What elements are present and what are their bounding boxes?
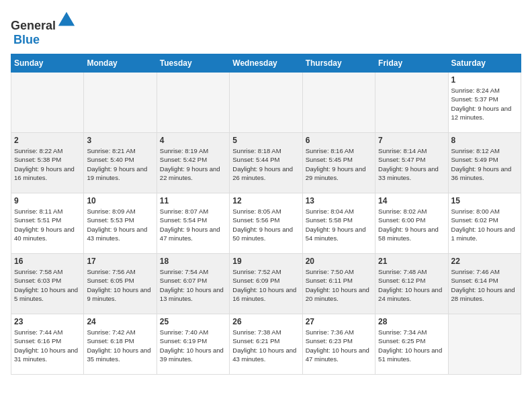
- weekday-header: Wednesday: [230, 54, 302, 73]
- calendar-cell: 23Sunrise: 7:44 AM Sunset: 6:16 PM Dayli…: [11, 314, 84, 375]
- day-number: 3: [87, 136, 153, 145]
- day-number: 9: [14, 196, 81, 205]
- calendar-cell: 17Sunrise: 7:56 AM Sunset: 6:05 PM Dayli…: [84, 254, 157, 314]
- calendar-table: SundayMondayTuesdayWednesdayThursdayFrid…: [11, 54, 521, 375]
- logo-icon: [57, 11, 76, 30]
- calendar-cell: 11Sunrise: 8:07 AM Sunset: 5:54 PM Dayli…: [157, 193, 229, 254]
- calendar-cell: 13Sunrise: 8:04 AM Sunset: 5:58 PM Dayli…: [302, 193, 375, 254]
- day-number: 16: [14, 257, 81, 266]
- day-info: Sunrise: 7:46 AM Sunset: 6:14 PM Dayligh…: [451, 267, 518, 303]
- day-number: 26: [232, 317, 299, 326]
- calendar-cell: 15Sunrise: 8:00 AM Sunset: 6:02 PM Dayli…: [448, 193, 521, 254]
- page-header: General Blue: [11, 11, 521, 47]
- day-info: Sunrise: 8:07 AM Sunset: 5:54 PM Dayligh…: [160, 207, 226, 242]
- day-info: Sunrise: 7:48 AM Sunset: 6:12 PM Dayligh…: [378, 267, 445, 303]
- day-info: Sunrise: 8:12 AM Sunset: 5:49 PM Dayligh…: [451, 146, 518, 182]
- calendar-cell: 20Sunrise: 7:50 AM Sunset: 6:11 PM Dayli…: [302, 254, 375, 314]
- day-info: Sunrise: 7:58 AM Sunset: 6:03 PM Dayligh…: [14, 267, 81, 303]
- calendar-cell: 2Sunrise: 8:22 AM Sunset: 5:38 PM Daylig…: [11, 133, 84, 193]
- day-info: Sunrise: 8:14 AM Sunset: 5:47 PM Dayligh…: [378, 146, 445, 182]
- day-info: Sunrise: 8:19 AM Sunset: 5:42 PM Dayligh…: [160, 146, 226, 182]
- day-info: Sunrise: 7:36 AM Sunset: 6:23 PM Dayligh…: [306, 328, 372, 363]
- day-number: 24: [87, 317, 153, 326]
- calendar-cell: 24Sunrise: 7:42 AM Sunset: 6:18 PM Dayli…: [84, 314, 157, 375]
- day-number: 6: [306, 136, 372, 145]
- day-info: Sunrise: 8:09 AM Sunset: 5:53 PM Dayligh…: [87, 207, 153, 242]
- calendar-cell: [302, 73, 375, 133]
- day-number: 10: [87, 196, 153, 205]
- day-info: Sunrise: 7:38 AM Sunset: 6:21 PM Dayligh…: [232, 328, 299, 363]
- day-number: 8: [451, 136, 518, 145]
- day-info: Sunrise: 7:54 AM Sunset: 6:07 PM Dayligh…: [160, 267, 226, 303]
- day-info: Sunrise: 7:42 AM Sunset: 6:18 PM Dayligh…: [87, 328, 153, 363]
- calendar-cell: [11, 73, 84, 133]
- calendar-cell: [448, 314, 521, 375]
- day-number: 4: [160, 136, 226, 145]
- day-info: Sunrise: 7:50 AM Sunset: 6:11 PM Dayligh…: [306, 267, 372, 303]
- calendar-cell: 21Sunrise: 7:48 AM Sunset: 6:12 PM Dayli…: [375, 254, 448, 314]
- calendar-cell: [84, 73, 157, 133]
- svg-marker-0: [58, 12, 75, 26]
- weekday-header: Friday: [375, 54, 448, 73]
- calendar-cell: 12Sunrise: 8:05 AM Sunset: 5:56 PM Dayli…: [230, 193, 302, 254]
- day-number: 21: [378, 257, 445, 266]
- calendar-cell: [375, 73, 448, 133]
- day-number: 19: [232, 257, 299, 266]
- day-number: 7: [378, 136, 445, 145]
- day-number: 5: [232, 136, 299, 145]
- weekday-header: Tuesday: [157, 54, 229, 73]
- calendar-cell: 18Sunrise: 7:54 AM Sunset: 6:07 PM Dayli…: [157, 254, 229, 314]
- calendar-cell: 22Sunrise: 7:46 AM Sunset: 6:14 PM Dayli…: [448, 254, 521, 314]
- day-info: Sunrise: 8:21 AM Sunset: 5:40 PM Dayligh…: [87, 146, 153, 182]
- calendar-cell: 1Sunrise: 8:24 AM Sunset: 5:37 PM Daylig…: [448, 73, 521, 133]
- day-info: Sunrise: 8:11 AM Sunset: 5:51 PM Dayligh…: [14, 207, 81, 242]
- day-info: Sunrise: 8:22 AM Sunset: 5:38 PM Dayligh…: [14, 146, 81, 182]
- day-number: 11: [160, 196, 226, 205]
- day-number: 28: [378, 317, 445, 326]
- weekday-header: Monday: [84, 54, 157, 73]
- day-number: 22: [451, 257, 518, 266]
- calendar-cell: 4Sunrise: 8:19 AM Sunset: 5:42 PM Daylig…: [157, 133, 229, 193]
- day-number: 12: [232, 196, 299, 205]
- calendar-cell: 6Sunrise: 8:16 AM Sunset: 5:45 PM Daylig…: [302, 133, 375, 193]
- calendar-cell: 7Sunrise: 8:14 AM Sunset: 5:47 PM Daylig…: [375, 133, 448, 193]
- calendar-cell: 8Sunrise: 8:12 AM Sunset: 5:49 PM Daylig…: [448, 133, 521, 193]
- logo-text-blue: Blue: [13, 33, 40, 46]
- calendar-cell: 9Sunrise: 8:11 AM Sunset: 5:51 PM Daylig…: [11, 193, 84, 254]
- calendar-cell: [230, 73, 302, 133]
- day-info: Sunrise: 7:56 AM Sunset: 6:05 PM Dayligh…: [87, 267, 153, 303]
- day-number: 25: [160, 317, 226, 326]
- calendar-cell: [157, 73, 229, 133]
- day-info: Sunrise: 8:00 AM Sunset: 6:02 PM Dayligh…: [451, 207, 518, 242]
- day-number: 17: [87, 257, 153, 266]
- day-number: 2: [14, 136, 81, 145]
- logo-text-general: General: [11, 19, 56, 32]
- day-info: Sunrise: 8:24 AM Sunset: 5:37 PM Dayligh…: [451, 86, 518, 122]
- day-info: Sunrise: 7:40 AM Sunset: 6:19 PM Dayligh…: [160, 328, 226, 363]
- weekday-header: Thursday: [302, 54, 375, 73]
- calendar-cell: 27Sunrise: 7:36 AM Sunset: 6:23 PM Dayli…: [302, 314, 375, 375]
- day-info: Sunrise: 7:34 AM Sunset: 6:25 PM Dayligh…: [378, 328, 445, 363]
- day-number: 13: [306, 196, 372, 205]
- weekday-header: Sunday: [11, 54, 84, 73]
- day-number: 18: [160, 257, 226, 266]
- weekday-header: Saturday: [448, 54, 521, 73]
- calendar-cell: 5Sunrise: 8:18 AM Sunset: 5:44 PM Daylig…: [230, 133, 302, 193]
- calendar-cell: 3Sunrise: 8:21 AM Sunset: 5:40 PM Daylig…: [84, 133, 157, 193]
- calendar-cell: 16Sunrise: 7:58 AM Sunset: 6:03 PM Dayli…: [11, 254, 84, 314]
- day-info: Sunrise: 7:44 AM Sunset: 6:16 PM Dayligh…: [14, 328, 81, 363]
- day-number: 15: [451, 196, 518, 205]
- calendar-cell: 14Sunrise: 8:02 AM Sunset: 6:00 PM Dayli…: [375, 193, 448, 254]
- day-number: 14: [378, 196, 445, 205]
- calendar-cell: 26Sunrise: 7:38 AM Sunset: 6:21 PM Dayli…: [230, 314, 302, 375]
- calendar-cell: 10Sunrise: 8:09 AM Sunset: 5:53 PM Dayli…: [84, 193, 157, 254]
- day-info: Sunrise: 7:52 AM Sunset: 6:09 PM Dayligh…: [232, 267, 299, 303]
- calendar-cell: 28Sunrise: 7:34 AM Sunset: 6:25 PM Dayli…: [375, 314, 448, 375]
- day-info: Sunrise: 8:18 AM Sunset: 5:44 PM Dayligh…: [232, 146, 299, 182]
- day-number: 27: [306, 317, 372, 326]
- day-number: 20: [306, 257, 372, 266]
- day-number: 23: [14, 317, 81, 326]
- logo: General Blue: [11, 11, 76, 47]
- calendar-cell: 25Sunrise: 7:40 AM Sunset: 6:19 PM Dayli…: [157, 314, 229, 375]
- day-info: Sunrise: 8:16 AM Sunset: 5:45 PM Dayligh…: [306, 146, 372, 182]
